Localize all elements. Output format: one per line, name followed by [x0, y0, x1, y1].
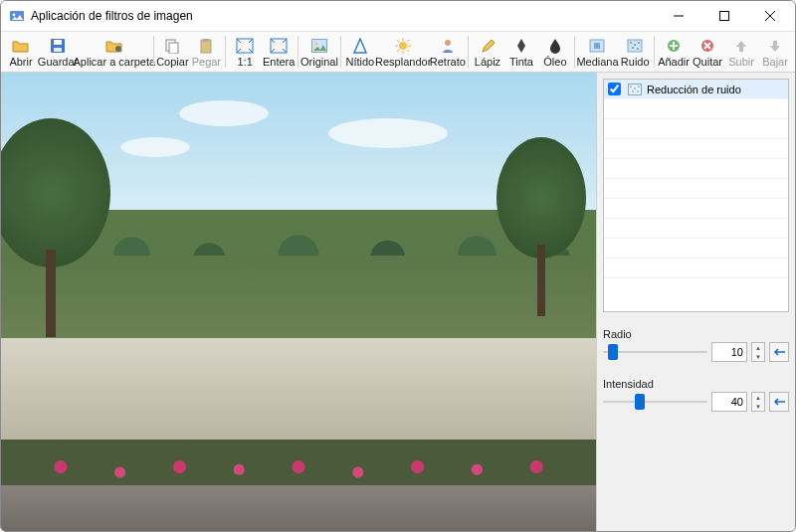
- image-canvas[interactable]: [1, 73, 596, 531]
- svg-rect-19: [628, 40, 642, 52]
- glow-icon: [395, 37, 411, 55]
- radio-spinner[interactable]: ▲▼: [751, 342, 765, 362]
- oil-button[interactable]: Óleo: [538, 32, 572, 72]
- portrait-icon: [441, 37, 455, 55]
- move-down-button: Bajar: [758, 32, 792, 72]
- remove-filter-button[interactable]: Quitar: [691, 32, 724, 72]
- svg-point-24: [637, 48, 639, 50]
- zoom-actual-button[interactable]: 1:1: [228, 32, 262, 72]
- svg-point-22: [638, 42, 640, 44]
- svg-rect-27: [629, 84, 642, 94]
- image-icon: [311, 37, 327, 55]
- svg-point-30: [638, 86, 639, 87]
- paste-button: Pegar: [189, 32, 223, 72]
- arrow-up-icon: [734, 37, 748, 55]
- app-icon: [9, 8, 25, 24]
- svg-point-15: [399, 42, 407, 50]
- maximize-button[interactable]: [701, 1, 747, 31]
- side-panel: Reducción de ruido Radio ▲▼ Intensidad ▲…: [596, 73, 795, 531]
- minimize-button[interactable]: [656, 1, 701, 31]
- save-button[interactable]: Guardar: [38, 32, 78, 72]
- zoom-fit-button[interactable]: Entera: [262, 32, 296, 72]
- arrow-down-icon: [768, 37, 782, 55]
- svg-point-32: [637, 90, 638, 91]
- svg-rect-4: [54, 40, 62, 45]
- close-button[interactable]: [747, 1, 793, 31]
- original-button[interactable]: Original: [300, 32, 338, 72]
- add-icon: [666, 37, 682, 55]
- svg-point-20: [630, 42, 632, 44]
- open-button[interactable]: Abrir: [4, 32, 38, 72]
- ink-icon: [514, 37, 528, 55]
- radio-input[interactable]: [711, 342, 747, 362]
- svg-point-23: [632, 47, 634, 49]
- param-label: Intensidad: [603, 378, 789, 390]
- pencil-icon: [481, 37, 495, 55]
- svg-point-6: [115, 46, 121, 52]
- filter-list-item-label: Reducción de ruido: [647, 84, 741, 95]
- param-label: Radio: [603, 328, 789, 340]
- apply-folder-button[interactable]: Aplicar a carpeta: [78, 32, 151, 72]
- remove-icon: [699, 37, 715, 55]
- svg-point-31: [632, 90, 633, 91]
- fit-icon: [270, 37, 288, 55]
- svg-rect-10: [203, 39, 209, 42]
- window-title: Aplicación de filtros de imagen: [31, 9, 656, 23]
- param-intensidad: Intensidad ▲▼: [603, 378, 789, 412]
- svg-point-16: [445, 40, 451, 46]
- svg-rect-8: [169, 43, 178, 54]
- radio-slider[interactable]: [603, 342, 707, 362]
- intensidad-reset-button[interactable]: [769, 392, 789, 412]
- radio-reset-button[interactable]: [769, 342, 789, 362]
- glow-button[interactable]: Resplandor: [377, 32, 430, 72]
- folder-open-icon: [12, 37, 30, 55]
- svg-point-28: [630, 86, 631, 87]
- workspace: Reducción de ruido Radio ▲▼ Intensidad ▲…: [1, 73, 795, 531]
- pencil-button[interactable]: Lápiz: [471, 32, 504, 72]
- copy-button[interactable]: Copiar: [155, 32, 189, 72]
- filter-list-item[interactable]: Reducción de ruido: [604, 80, 788, 99]
- copy-icon: [164, 37, 180, 55]
- save-icon: [50, 37, 66, 55]
- actual-size-icon: [236, 37, 254, 55]
- intensidad-input[interactable]: [711, 392, 747, 412]
- svg-point-1: [13, 14, 16, 17]
- ink-button[interactable]: Tinta: [504, 32, 538, 72]
- svg-rect-2: [720, 12, 729, 21]
- param-radio: Radio ▲▼: [603, 328, 789, 362]
- folder-gear-icon: [105, 37, 123, 55]
- median-icon: [589, 37, 605, 55]
- svg-rect-18: [594, 43, 600, 49]
- titlebar: Aplicación de filtros de imagen: [1, 1, 795, 31]
- filter-enable-checkbox[interactable]: [608, 83, 621, 95]
- intensidad-slider[interactable]: [603, 392, 707, 412]
- noise-icon: [627, 37, 643, 55]
- intensidad-spinner[interactable]: ▲▼: [751, 392, 765, 412]
- svg-point-29: [634, 88, 635, 89]
- noise-button[interactable]: Ruido: [618, 32, 652, 72]
- svg-point-21: [634, 44, 636, 46]
- oil-drop-icon: [549, 37, 561, 55]
- svg-point-14: [314, 42, 317, 45]
- paste-icon: [198, 37, 214, 55]
- filter-list[interactable]: Reducción de ruido: [603, 79, 789, 312]
- sharpen-icon: [353, 37, 367, 55]
- portrait-button[interactable]: Retrato: [429, 32, 466, 72]
- toolbar: Abrir Guardar Aplicar a carpeta Copiar P…: [1, 31, 795, 73]
- median-button[interactable]: Mediana: [577, 32, 619, 72]
- noise-reduction-icon: [627, 82, 643, 97]
- svg-rect-5: [54, 48, 62, 52]
- add-filter-button[interactable]: Añadir: [657, 32, 691, 72]
- sharpen-button[interactable]: Nítido: [343, 32, 377, 72]
- move-up-button: Subir: [724, 32, 758, 72]
